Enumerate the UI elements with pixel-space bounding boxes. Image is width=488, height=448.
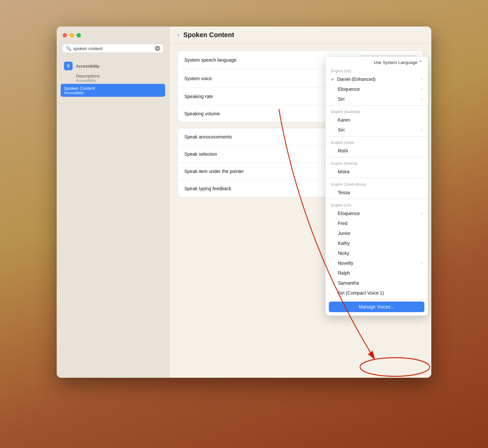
chevron-right-siri-au: ›	[421, 128, 422, 132]
maximize-button[interactable]	[77, 33, 81, 37]
dropdown-top-trigger[interactable]: Use System Language ⌃	[374, 60, 422, 65]
spoken-content-text-group: Spoken Content Accessibility	[64, 86, 95, 95]
samantha-label: Samantha	[338, 280, 359, 286]
moira-item-left: Moira	[331, 169, 349, 174]
dropdown-item-fred[interactable]: Fred	[326, 218, 428, 228]
manage-voices-button[interactable]: Manage Voices...	[329, 302, 424, 312]
chevron-right-daniel: ›	[421, 77, 422, 82]
nicky-label: Nicky	[338, 251, 349, 256]
dropdown-item-samantha[interactable]: Samantha	[326, 278, 428, 288]
search-clear-button[interactable]: ✕	[155, 46, 160, 51]
eloquence-uk-label: Eloquence	[338, 86, 360, 92]
siri-compact-label: Siri (Compact Voice 1)	[338, 290, 384, 296]
speaking-rate-label: Speaking rate	[184, 94, 347, 99]
dropdown-item-novelty[interactable]: Novelty ›	[326, 258, 428, 268]
eloquence-us-item-left: Eloquence	[331, 211, 360, 216]
dropdown-header: Use System Language ⌃	[326, 57, 428, 66]
dropdown-item-karen[interactable]: Karen	[326, 115, 428, 125]
accessibility-icon	[64, 62, 73, 70]
divider-3	[326, 157, 428, 157]
daniel-item-left: ✓ Daniel (Enhanced)	[331, 77, 376, 82]
english-au-label: English (Australia)	[326, 107, 428, 115]
accessibility-text-group: Accessibility	[76, 64, 99, 69]
english-uk-label: English (UK)	[326, 66, 428, 74]
dropdown-item-tessa[interactable]: Tessa	[326, 188, 428, 197]
close-button[interactable]	[63, 33, 67, 37]
tessa-label: Tessa	[338, 190, 350, 195]
dropdown-item-junior[interactable]: Junior	[326, 228, 428, 238]
main-window: 🔍 ✕ Accessibility Descript	[57, 27, 431, 378]
accessibility-svg	[66, 63, 71, 69]
divider-1	[326, 105, 428, 106]
karen-label: Karen	[338, 117, 350, 123]
sidebar-item-descriptions[interactable]: Descriptions Accessibility	[61, 72, 165, 84]
svg-point-0	[68, 64, 69, 65]
descriptions-text-group: Descriptions Accessibility	[76, 74, 162, 83]
sidebar: 🔍 ✕ Accessibility Descript	[57, 27, 169, 378]
use-system-language-text: Use System Language	[374, 60, 417, 65]
nicky-item-left: Nicky	[331, 251, 349, 256]
main-header: ‹ Spoken Content	[169, 27, 431, 44]
moira-label: Moira	[338, 169, 349, 174]
chevron-right-eloquence-us: ›	[421, 211, 422, 216]
novelty-label: Novelty	[338, 260, 353, 266]
descriptions-subtitle: Accessibility	[76, 79, 162, 83]
dropdown-item-siri-compact[interactable]: Siri (Compact Voice 1)	[326, 288, 428, 298]
accessibility-label: Accessibility	[76, 64, 99, 69]
dropdown-item-eloquence-uk[interactable]: Eloquence ›	[326, 84, 428, 94]
dropdown-item-rishi[interactable]: Rishi	[326, 146, 428, 156]
chevron-up-small-icon: ⌃	[419, 60, 422, 65]
siri-uk-label: Siri	[338, 96, 344, 102]
search-input[interactable]	[73, 46, 153, 51]
dropdown-item-ralph[interactable]: Ralph	[326, 268, 428, 278]
divider-4	[326, 178, 428, 178]
chevron-right-siri-uk: ›	[421, 97, 422, 101]
dropdown-item-nicky[interactable]: Nicky	[326, 248, 428, 258]
dropdown-item-eloquence-us[interactable]: Eloquence ›	[326, 208, 428, 218]
eloquence-uk-item-left: Eloquence	[331, 86, 360, 92]
divider-2	[326, 136, 428, 137]
dropdown-item-daniel[interactable]: ✓ Daniel (Enhanced) ›	[326, 74, 428, 84]
page-title: Spoken Content	[183, 31, 234, 39]
eloquence-us-label: Eloquence	[338, 211, 360, 216]
dropdown-item-kathy[interactable]: Kathy	[326, 238, 428, 248]
samantha-item-left: Samantha	[331, 280, 359, 286]
voice-dropdown-menu: Use System Language ⌃ English (UK) ✓ Dan…	[325, 56, 428, 316]
divider-manage	[326, 299, 428, 300]
fred-label: Fred	[338, 221, 347, 226]
dropdown-item-siri-au[interactable]: Siri ›	[326, 125, 428, 135]
junior-label: Junior	[338, 231, 350, 236]
siri-au-label: Siri	[338, 127, 344, 133]
chevron-right-novelty: ›	[421, 261, 422, 265]
divider-5	[326, 199, 428, 199]
chevron-right-eloquence-uk: ›	[421, 87, 422, 91]
siri-au-item-left: Siri	[331, 127, 344, 133]
junior-item-left: Junior	[331, 231, 350, 236]
sidebar-item-accessibility[interactable]: Accessibility	[61, 60, 165, 72]
sidebar-item-spoken-content[interactable]: Spoken Content Accessibility	[61, 84, 165, 97]
english-india-label: English (India)	[326, 138, 428, 146]
dropdown-item-moira[interactable]: Moira	[326, 167, 428, 177]
ralph-item-left: Ralph	[331, 270, 350, 276]
rishi-label: Rishi	[338, 148, 348, 153]
tessa-item-left: Tessa	[331, 190, 350, 195]
daniel-label: Daniel (Enhanced)	[337, 77, 376, 82]
english-ireland-label: English (Ireland)	[326, 159, 428, 167]
siri-uk-item-left: Siri	[331, 96, 344, 102]
ralph-label: Ralph	[338, 270, 350, 276]
english-za-label: English (South Africa)	[326, 180, 428, 188]
rishi-item-left: Rishi	[331, 148, 348, 153]
spoken-content-label: Spoken Content	[64, 86, 95, 91]
minimize-button[interactable]	[70, 33, 74, 37]
spoken-content-subtitle: Accessibility	[64, 91, 95, 95]
fred-item-left: Fred	[331, 221, 347, 226]
kathy-label: Kathy	[338, 241, 350, 246]
checkmark-icon: ✓	[331, 77, 335, 82]
karen-item-left: Karen	[331, 117, 350, 123]
search-icon: 🔍	[66, 46, 71, 51]
dropdown-item-siri-uk[interactable]: Siri ›	[326, 94, 428, 104]
descriptions-label: Descriptions	[76, 74, 162, 79]
titlebar	[57, 27, 169, 44]
back-button[interactable]: ‹	[177, 31, 179, 38]
english-us-label: English (US)	[326, 200, 428, 208]
